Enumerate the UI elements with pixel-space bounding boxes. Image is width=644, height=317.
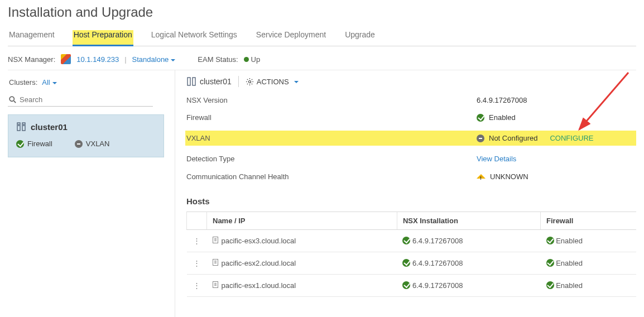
- cluster-card[interactable]: cluster01 Firewall VXLAN: [8, 114, 164, 157]
- tab-upgrade[interactable]: Upgrade: [344, 30, 376, 46]
- detail-cluster-name: cluster01: [200, 77, 232, 86]
- host-icon: [213, 281, 218, 288]
- check-ok-icon: [16, 140, 24, 148]
- check-ok-icon: [402, 281, 410, 289]
- table-row: ⋮ pacific-esx3.cloud.local 6.4.9.1726700…: [187, 230, 637, 252]
- configure-vxlan-link[interactable]: CONFIGURE: [550, 134, 593, 142]
- tab-host-preparation[interactable]: Host Preparation: [73, 30, 133, 46]
- search-input-wrapper[interactable]: [8, 93, 153, 107]
- divider: [238, 76, 239, 87]
- tab-management[interactable]: Management: [8, 30, 56, 46]
- not-configured-icon: [75, 140, 83, 148]
- main-panel: cluster01 ACTIONS NSX Version 6.4.9.1726…: [175, 70, 636, 317]
- svg-line-1: [14, 101, 16, 103]
- status-ok-icon: [244, 57, 249, 62]
- host-install: 6.4.9.17267008: [412, 281, 463, 290]
- check-ok-icon: [477, 114, 484, 122]
- tab-logical-network-settings[interactable]: Logical Network Settings: [150, 30, 238, 46]
- not-configured-icon: [477, 135, 484, 142]
- sidebar: Clusters: All cluster01 Firewall VXLAN: [8, 70, 175, 317]
- nsx-manager-icon: [61, 54, 71, 64]
- svg-point-10: [248, 80, 251, 83]
- check-ok-icon: [402, 259, 410, 267]
- nsx-version-value: 6.4.9.17267008: [477, 96, 527, 104]
- nsx-manager-mode-dropdown[interactable]: Standalone: [132, 55, 176, 64]
- check-ok-icon: [546, 281, 554, 289]
- nsx-manager-ip[interactable]: 10.1.149.233: [76, 55, 119, 64]
- svg-point-0: [9, 97, 14, 101]
- detection-view-details-link[interactable]: View Details: [477, 155, 516, 163]
- cluster-vxlan-label: VXLAN: [86, 140, 110, 148]
- vxlan-value: Not Configured: [489, 134, 537, 142]
- separator: |: [124, 55, 126, 64]
- manager-row: NSX Manager: 10.1.149.233 | Standalone E…: [8, 54, 636, 70]
- host-name[interactable]: pacific-esx2.cloud.local: [222, 259, 296, 267]
- firewall-label: Firewall: [186, 113, 477, 122]
- clusters-label: Clusters:: [9, 78, 37, 87]
- table-row: ⋮ pacific-esx1.cloud.local 6.4.9.1726700…: [187, 275, 637, 297]
- host-firewall: Enabled: [556, 237, 583, 245]
- cluster-name-text: cluster01: [31, 122, 68, 132]
- comm-channel-value: UNKNOWN: [490, 172, 528, 181]
- host-icon: [213, 237, 218, 243]
- col-name[interactable]: Name / IP: [207, 212, 397, 230]
- tabs-bar: Management Host Preparation Logical Netw…: [8, 30, 636, 46]
- host-install: 6.4.9.17267008: [412, 259, 463, 267]
- detection-type-label: Detection Type: [186, 155, 477, 163]
- host-firewall: Enabled: [556, 259, 583, 267]
- actions-label: ACTIONS: [257, 78, 289, 86]
- host-firewall: Enabled: [556, 281, 583, 290]
- hosts-title: Hosts: [186, 196, 636, 206]
- gear-icon: [246, 78, 254, 86]
- cluster-firewall-label: Firewall: [27, 140, 52, 148]
- host-name[interactable]: pacific-esx1.cloud.local: [222, 281, 296, 290]
- check-ok-icon: [546, 237, 554, 244]
- col-firewall[interactable]: Firewall: [541, 212, 636, 230]
- host-icon: [213, 259, 218, 266]
- svg-rect-8: [188, 78, 190, 85]
- check-ok-icon: [402, 237, 410, 244]
- row-menu-button[interactable]: ⋮: [187, 275, 207, 297]
- vxlan-label: VXLAN: [185, 131, 477, 146]
- svg-rect-3: [22, 123, 25, 131]
- eam-status-label: EAM Status:: [198, 55, 238, 64]
- warning-icon: [477, 170, 486, 179]
- clusters-filter-dropdown[interactable]: All: [42, 78, 56, 87]
- search-icon: [9, 96, 16, 103]
- hosts-table: Name / IP NSX Installation Firewall ⋮ pa…: [186, 212, 636, 297]
- cluster-icon: [16, 122, 26, 132]
- row-menu-button[interactable]: ⋮: [187, 230, 207, 252]
- page-title: Installation and Upgrade: [8, 4, 636, 20]
- check-ok-icon: [546, 259, 554, 267]
- svg-rect-2: [17, 123, 20, 131]
- comm-channel-label: Communication Channel Health: [186, 172, 477, 181]
- host-install: 6.4.9.17267008: [412, 237, 463, 245]
- row-menu-button[interactable]: ⋮: [187, 252, 207, 275]
- eam-status-value: Up: [251, 55, 261, 64]
- search-input[interactable]: [20, 95, 152, 104]
- table-row: ⋮ pacific-esx2.cloud.local 6.4.9.1726700…: [187, 252, 637, 275]
- tab-service-deployment[interactable]: Service Deployment: [255, 30, 327, 46]
- cluster-icon: [186, 76, 196, 87]
- nsx-version-label: NSX Version: [186, 96, 477, 104]
- svg-rect-9: [193, 78, 195, 85]
- actions-dropdown[interactable]: ACTIONS: [246, 78, 299, 86]
- firewall-value: Enabled: [489, 113, 516, 122]
- host-name[interactable]: pacific-esx3.cloud.local: [222, 237, 296, 245]
- nsx-manager-label: NSX Manager:: [8, 55, 55, 64]
- col-install[interactable]: NSX Installation: [397, 212, 540, 230]
